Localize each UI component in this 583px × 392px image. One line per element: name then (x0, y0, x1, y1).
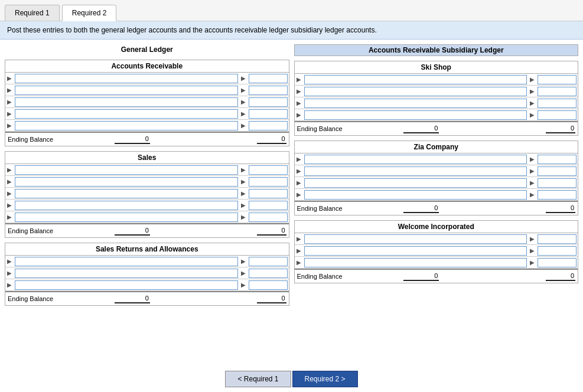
right-panel-title: Accounts Receivable Subsidiary Ledger (294, 44, 579, 56)
table-row: ▶ ▶ (295, 233, 578, 245)
welcome-ending-row: Ending Balance (295, 269, 578, 283)
sales-returns-block: Sales Returns and Allowances ▶ ▶ ▶ ▶ ▶ ▶ (5, 243, 289, 306)
sra-ending-right[interactable] (257, 294, 286, 303)
tab-required2[interactable]: Required 2 (62, 5, 117, 21)
table-row: ▶ ▶ (5, 176, 289, 188)
sales-returns-header: Sales Returns and Allowances (5, 243, 289, 256)
arrow-icon: ▶ (5, 87, 14, 93)
arrow-icon2: ▶ (239, 122, 247, 129)
table-row: ▶ ▶ (5, 211, 289, 223)
input-cell[interactable] (14, 97, 239, 107)
arrow-icon: ▶ (5, 122, 14, 129)
sra-ending-balance-row: Ending Balance (5, 291, 289, 305)
zia-ending-label: Ending Balance (297, 205, 402, 212)
welcome-inc-header: Welcome Incorporated (295, 221, 578, 233)
input-cell2[interactable] (247, 73, 289, 84)
left-panel-title: General Ledger (5, 44, 289, 55)
left-panel: General Ledger Accounts Receivable ▶ ▶ ▶… (5, 44, 289, 361)
arrow-icon2: ▶ (239, 87, 247, 93)
table-row: ▶ ▶ (5, 120, 289, 132)
ski-shop-header: Ski Shop (295, 61, 578, 74)
arrow-icon: ▶ (5, 75, 14, 81)
accounts-receivable-header: Accounts Receivable (5, 60, 289, 73)
zia-company-header: Zia Company (295, 141, 578, 153)
arrow-icon2: ▶ (239, 99, 247, 105)
welcome-ending-right[interactable] (546, 272, 575, 281)
zia-company-block: Zia Company ▶ ▶ ▶ ▶ ▶ ▶ (294, 141, 579, 215)
input-cell[interactable] (14, 109, 239, 119)
table-row: ▶ ▶ (5, 279, 289, 291)
sales-block: Sales ▶ ▶ ▶ ▶ ▶ ▶ (5, 151, 289, 238)
ski-shop-block: Ski Shop ▶ ▶ ▶ ▶ ▶ ▶ (294, 61, 579, 136)
main-content: General Ledger Accounts Receivable ▶ ▶ ▶… (0, 40, 583, 366)
arrow-icon: ▶ (5, 99, 14, 105)
input-cell2[interactable] (247, 120, 289, 131)
sra-ending-mid[interactable] (115, 294, 150, 303)
welcome-ending-mid[interactable] (403, 272, 439, 281)
ending-balance-label: Ending Balance (8, 136, 112, 143)
arrow-icon2: ▶ (239, 110, 247, 117)
table-row: ▶ ▶ (5, 256, 289, 267)
instruction-bar: Post these entries to both the general l… (0, 21, 583, 40)
input-cell[interactable] (14, 85, 239, 96)
sales-ending-balance-row: Ending Balance (5, 223, 289, 237)
ski-shop-ending-mid[interactable] (403, 124, 439, 133)
table-row: ▶ ▶ (295, 97, 578, 109)
arrow-icon2: ▶ (239, 75, 247, 81)
welcome-inc-block: Welcome Incorporated ▶ ▶ ▶ ▶ ▶ ▶ (294, 220, 579, 283)
table-row: ▶ ▶ (295, 257, 578, 269)
sales-ending-right[interactable] (257, 226, 286, 236)
table-row: ▶ ▶ (295, 153, 578, 165)
table-row: ▶ ▶ (5, 164, 289, 176)
table-row: ▶ ▶ (295, 165, 578, 177)
ending-balance-right-input[interactable] (257, 135, 286, 144)
table-row: ▶ ▶ (295, 109, 578, 121)
accounts-receivable-block: Accounts Receivable ▶ ▶ ▶ ▶ ▶ ▶ (5, 60, 289, 146)
table-row: ▶ ▶ (295, 86, 578, 97)
ski-shop-ending-row: Ending Balance (295, 121, 578, 135)
input-cell2[interactable] (247, 97, 289, 107)
table-row: ▶ ▶ (5, 84, 289, 96)
table-row: ▶ ▶ (295, 177, 578, 189)
tabs-bar: Required 1 Required 2 (0, 0, 583, 21)
zia-ending-row: Ending Balance (295, 201, 578, 215)
ending-balance-row: Ending Balance (5, 132, 289, 146)
ending-balance-mid-input[interactable] (115, 135, 150, 144)
zia-ending-right[interactable] (546, 204, 575, 213)
prev-button[interactable]: < Required 1 (225, 371, 291, 387)
input-cell[interactable] (14, 73, 239, 84)
table-row: ▶ ▶ (295, 74, 578, 86)
nav-bar: < Required 1 Required 2 > (0, 366, 583, 392)
zia-ending-mid[interactable] (403, 204, 439, 213)
sales-header: Sales (5, 152, 289, 164)
table-row: ▶ ▶ (5, 73, 289, 84)
table-row: ▶ ▶ (295, 189, 578, 201)
sales-ending-label: Ending Balance (8, 227, 112, 234)
welcome-ending-label: Ending Balance (297, 273, 402, 280)
input-cell2[interactable] (247, 85, 289, 96)
ski-shop-ending-right[interactable] (546, 124, 575, 133)
next-button[interactable]: Required 2 > (292, 371, 358, 387)
sales-ending-mid[interactable] (115, 226, 150, 236)
right-panel: Accounts Receivable Subsidiary Ledger Sk… (294, 44, 579, 361)
table-row: ▶ ▶ (5, 267, 289, 279)
input-cell2[interactable] (247, 109, 289, 119)
tab-required1[interactable]: Required 1 (5, 5, 60, 21)
sra-ending-label: Ending Balance (8, 295, 112, 302)
input-cell[interactable] (14, 120, 239, 131)
table-row: ▶ ▶ (5, 188, 289, 200)
table-row: ▶ ▶ (295, 245, 578, 257)
arrow-icon: ▶ (5, 110, 14, 117)
ski-shop-ending-label: Ending Balance (297, 125, 402, 132)
table-row: ▶ ▶ (5, 200, 289, 211)
table-row: ▶ ▶ (5, 108, 289, 120)
table-row: ▶ ▶ (5, 96, 289, 108)
